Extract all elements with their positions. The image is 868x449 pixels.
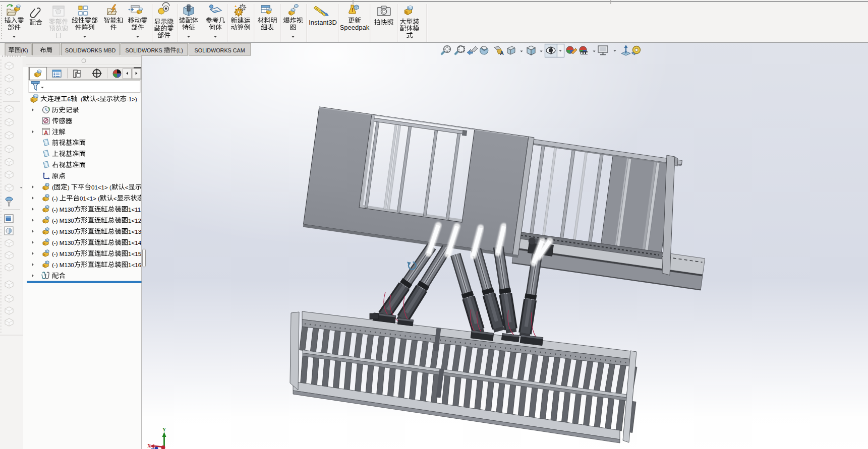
svg-text:6: 6 bbox=[68, 96, 71, 102]
svg-text:(L): (L) bbox=[177, 47, 183, 53]
svg-text:Instant3D: Instant3D bbox=[309, 19, 337, 26]
svg-text:1<13: 1<13 bbox=[128, 228, 141, 235]
svg-text:!: ! bbox=[352, 8, 353, 13]
svg-text:SOLIDWORKS: SOLIDWORKS bbox=[126, 47, 164, 53]
svg-text:-1>): -1>) bbox=[127, 96, 137, 102]
svg-text:A: A bbox=[44, 130, 48, 136]
svg-text:(-) M130: (-) M130 bbox=[52, 206, 74, 213]
svg-text:01<1> (: 01<1> ( bbox=[91, 184, 111, 190]
svg-text:(-) M130: (-) M130 bbox=[52, 217, 74, 224]
svg-text:Y: Y bbox=[162, 427, 166, 432]
svg-text:<: < bbox=[125, 184, 129, 190]
svg-text:(-) M130: (-) M130 bbox=[52, 239, 74, 246]
svg-text:(-) M130: (-) M130 bbox=[52, 262, 74, 268]
svg-text:SOLIDWORKS CAM: SOLIDWORKS CAM bbox=[195, 47, 245, 53]
svg-text:SOLIDWORKS MBD: SOLIDWORKS MBD bbox=[65, 47, 115, 53]
svg-text:Z: Z bbox=[151, 447, 154, 449]
svg-text:X: X bbox=[147, 443, 151, 448]
svg-text:1<15: 1<15 bbox=[128, 250, 141, 257]
svg-text:): ) bbox=[68, 184, 71, 190]
svg-text:(-) M130: (-) M130 bbox=[52, 250, 74, 257]
svg-text:01<1> (: 01<1> ( bbox=[80, 195, 100, 202]
svg-text:(-) M130: (-) M130 bbox=[52, 228, 74, 235]
svg-text:(-): (-) bbox=[52, 195, 60, 202]
svg-text:1<11: 1<11 bbox=[128, 206, 141, 213]
svg-text:<: < bbox=[96, 96, 100, 102]
svg-text:Speedpak: Speedpak bbox=[340, 24, 370, 31]
svg-text:A: A bbox=[500, 50, 504, 56]
svg-text:(: ( bbox=[77, 96, 82, 102]
svg-text:1<12: 1<12 bbox=[128, 217, 141, 224]
svg-text:(K): (K) bbox=[21, 47, 28, 53]
svg-text:(: ( bbox=[52, 184, 54, 190]
svg-text:<: < bbox=[113, 195, 117, 202]
svg-text:1<16: 1<16 bbox=[128, 262, 141, 268]
svg-text:1<14: 1<14 bbox=[128, 239, 142, 246]
